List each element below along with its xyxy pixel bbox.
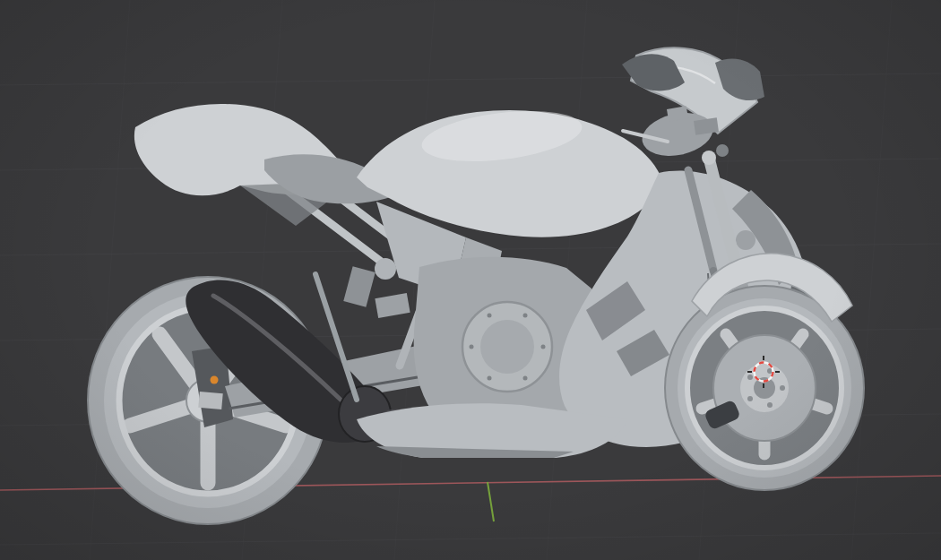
motorcycle-model[interactable]	[88, 47, 864, 524]
viewport-canvas[interactable]	[0, 0, 941, 560]
fork-cap	[702, 151, 716, 165]
license-plate	[198, 392, 222, 409]
tail-section[interactable]	[134, 104, 405, 226]
grid-line	[0, 533, 941, 545]
grid-line	[0, 73, 941, 85]
clutch-cover-inner	[480, 320, 534, 374]
y-axis-line	[488, 482, 494, 521]
3d-viewport[interactable]	[0, 0, 941, 560]
frame-part	[375, 293, 410, 318]
turn-signal	[211, 376, 219, 384]
frame-part	[375, 258, 396, 280]
frame-part	[343, 266, 375, 306]
bar-end	[716, 144, 729, 157]
fairing-bolt	[736, 230, 755, 250]
